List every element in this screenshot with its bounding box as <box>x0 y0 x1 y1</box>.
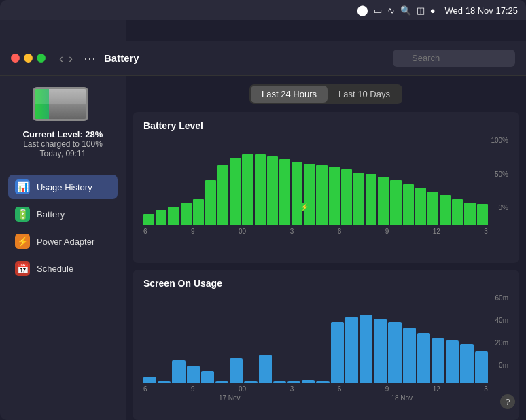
screen-bar <box>417 333 430 383</box>
screen-bar <box>331 322 344 383</box>
battery-bar <box>316 165 327 225</box>
battery-tip <box>88 98 88 110</box>
nav-buttons: ‹ › <box>59 52 73 65</box>
grid-icon[interactable]: ⋯ <box>84 51 96 66</box>
screen-bar <box>143 377 156 382</box>
screen-bar <box>230 358 243 382</box>
screen-bar <box>446 340 459 382</box>
schedule-icon: 📅 <box>15 261 30 276</box>
battery-info: Current Level: 28% Last charged to 100% … <box>8 129 118 158</box>
screen-bar <box>360 315 372 383</box>
last-10-days-button[interactable]: Last 10 Days <box>328 86 401 103</box>
battery-bar <box>353 173 364 225</box>
battery-chart-title: Battery Level <box>143 120 508 131</box>
wifi-icon: ∿ <box>387 5 395 16</box>
battery-icon: 🔋 <box>15 207 30 222</box>
sidebar-item-power-adapter[interactable]: ⚡ Power Adapter <box>8 229 118 253</box>
battery-bar <box>390 180 401 225</box>
battery-bar <box>255 154 266 226</box>
search-wrapper: 🔍 <box>393 50 515 67</box>
dropbox-icon[interactable]: ⬤ <box>357 4 368 16</box>
battery-bar <box>427 192 438 226</box>
battery-bar <box>267 156 278 225</box>
sidebar-item-schedule[interactable]: 📅 Schedule <box>8 256 118 281</box>
battery-bar <box>279 159 290 225</box>
battery-bar <box>193 199 204 226</box>
screen-bar <box>287 381 300 383</box>
date-label-18-nov: 18 Nov <box>391 394 413 402</box>
battery-bar <box>464 203 475 225</box>
battery-bar <box>230 158 241 225</box>
sidebar-nav: 📊 Usage History 🔋 Battery ⚡ Power Adapte… <box>8 175 118 281</box>
battery-time-text: Today, 09:11 <box>8 149 118 158</box>
titlebar: ‹ › ⋯ Battery 🔍 <box>0 41 526 76</box>
screen-usage-chart: Screen On Usage 60m 40m 20m 0m 6 9 00 3 … <box>133 270 519 421</box>
battery-bar <box>242 154 253 226</box>
battery-y-label-50: 50% <box>491 171 508 178</box>
search-menubar-icon[interactable]: 🔍 <box>400 5 411 16</box>
battery-bar <box>205 180 216 225</box>
screen-bar <box>273 381 286 383</box>
battery-bar <box>440 195 451 225</box>
datetime: Wed 18 Nov 17:25 <box>445 5 518 16</box>
battery-level-text: Current Level: 28% <box>8 129 118 139</box>
battery-body <box>33 87 88 121</box>
battery-bar <box>366 174 376 225</box>
battery-bar <box>415 188 426 225</box>
battery-bar <box>403 184 414 226</box>
screen-bar <box>388 322 401 383</box>
sidebar: Current Level: 28% Last charged to 100% … <box>0 20 126 420</box>
battery-y-labels: 100% 50% 0% <box>491 137 508 211</box>
screen-bar <box>158 381 171 383</box>
battery-bar <box>329 167 340 225</box>
battery-chart-area: 100% 50% 0% ⚡ <box>143 137 508 225</box>
sidebar-item-usage-history[interactable]: 📊 Usage History <box>8 175 118 199</box>
screen-y-label-60: 60m <box>495 294 508 302</box>
content-wrapper: ‹ › ⋯ Battery 🔍 Current Level: 28% Last … <box>0 20 526 420</box>
screen-y-label-20: 20m <box>495 339 508 347</box>
screen-x-labels: 6 9 00 3 6 9 12 3 <box>143 385 508 393</box>
battery-bar <box>168 207 179 226</box>
traffic-lights <box>11 54 46 63</box>
forward-button[interactable]: › <box>69 52 73 65</box>
battery-icon-container <box>8 87 118 121</box>
minimize-button[interactable] <box>24 54 33 63</box>
battery-bar <box>156 210 166 225</box>
battery-bar <box>143 214 154 226</box>
sidebar-item-power-adapter-label: Power Adapter <box>37 237 94 247</box>
battery-y-label-0: 0% <box>491 204 508 211</box>
battery-charged-text: Last charged to 100% <box>8 139 118 149</box>
screen-chart-area: 60m 40m 20m 0m <box>143 294 508 383</box>
battery-x-labels: 6 9 00 3 6 9 12 3 <box>143 228 508 235</box>
close-button[interactable] <box>11 54 20 63</box>
battery-bar <box>292 162 302 226</box>
screen-bar <box>215 381 228 383</box>
battery-level-chart: Battery Level 100% 50% 0% ⚡ 6 9 00 3 6 <box>133 112 519 263</box>
menubar: ⬤ ▭ ∿ 🔍 ◫ ● Wed 18 Nov 17:25 <box>0 0 526 20</box>
sidebar-item-battery[interactable]: 🔋 Battery <box>8 202 118 226</box>
battery-bars <box>143 150 508 225</box>
usage-history-icon: 📊 <box>15 179 30 194</box>
screen-bar <box>460 344 473 382</box>
siri-icon[interactable]: ● <box>430 5 436 16</box>
battery-bar <box>181 203 192 225</box>
screen-bar <box>403 328 416 383</box>
cast-icon: ◫ <box>417 5 425 16</box>
menubar-right: ⬤ ▭ ∿ 🔍 ◫ ● Wed 18 Nov 17:25 <box>357 4 518 16</box>
screen-bar <box>475 351 488 382</box>
battery-bar <box>217 165 228 225</box>
battery-bar <box>341 169 352 226</box>
maximize-button[interactable] <box>37 54 46 63</box>
battery-visual <box>33 87 94 121</box>
battery-y-label-100: 100% <box>491 137 508 144</box>
back-button[interactable]: ‹ <box>59 52 63 65</box>
help-button[interactable]: ? <box>500 394 515 409</box>
search-input[interactable] <box>393 50 515 67</box>
charts-container: Battery Level 100% 50% 0% ⚡ 6 9 00 3 6 <box>133 112 519 420</box>
screen-bar <box>374 319 387 383</box>
power-adapter-icon: ⚡ <box>15 234 30 249</box>
screen-y-label-0: 0m <box>495 362 508 369</box>
last-24-hours-button[interactable]: Last 24 Hours <box>251 86 328 103</box>
time-toggle: Last 24 Hours Last 10 Days <box>249 84 402 104</box>
battery-shine <box>35 89 86 104</box>
